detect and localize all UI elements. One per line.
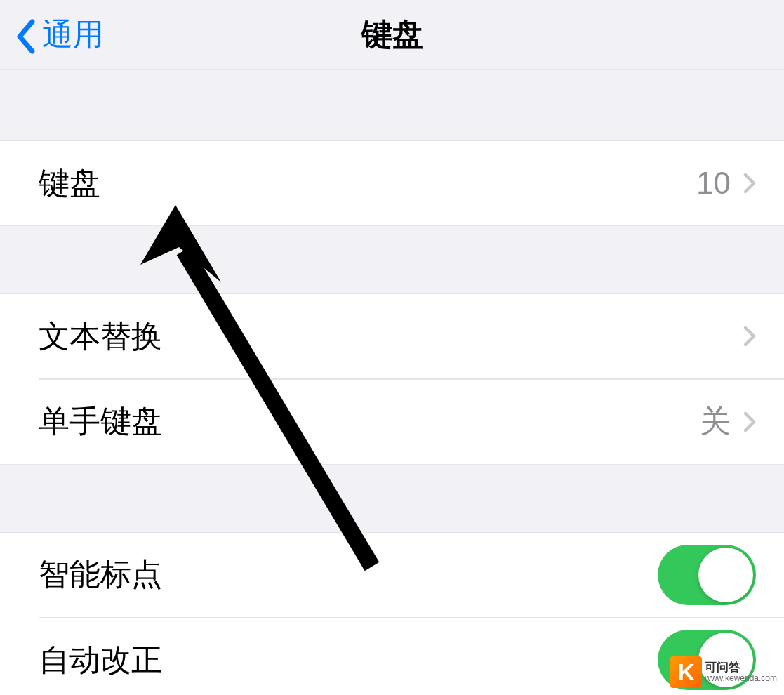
text-section: 文本替换 单手键盘 关 [0,293,784,465]
watermark: K 可问答 www.kewenda.com [670,656,777,688]
toggles-section: 智能标点 自动改正 [0,532,784,696]
back-button[interactable]: 通用 [14,14,104,55]
section-spacer [0,226,784,293]
chevron-right-icon [743,326,756,347]
back-label: 通用 [42,14,104,55]
section-spacer [0,465,784,532]
row-label: 键盘 [39,163,696,204]
text-replacement-row[interactable]: 文本替换 [0,294,784,378]
nav-bar: 通用 键盘 [0,0,784,70]
watermark-text: 可问答 www.kewenda.com [705,661,777,684]
watermark-logo-icon: K [670,656,702,688]
keyboards-section: 键盘 10 [0,140,784,226]
one-handed-keyboard-row[interactable]: 单手键盘 关 [0,380,784,464]
row-value: 关 [700,401,731,442]
watermark-url: www.kewenda.com [705,674,777,683]
row-label: 智能标点 [39,554,658,595]
smart-punctuation-toggle[interactable] [658,545,756,605]
row-label: 文本替换 [39,316,743,357]
watermark-title: 可问答 [705,661,777,675]
row-label: 自动改正 [39,640,658,681]
row-label: 单手键盘 [39,401,700,442]
auto-correction-row: 自动改正 [0,618,784,695]
smart-punctuation-row: 智能标点 [0,533,784,617]
chevron-right-icon [743,411,756,432]
chevron-left-icon [14,19,36,54]
chevron-right-icon [743,173,756,194]
keyboards-row[interactable]: 键盘 10 [0,141,784,225]
page-title: 键盘 [361,14,423,55]
section-spacer [0,70,784,140]
toggle-knob [698,548,753,602]
row-value: 10 [696,166,731,201]
